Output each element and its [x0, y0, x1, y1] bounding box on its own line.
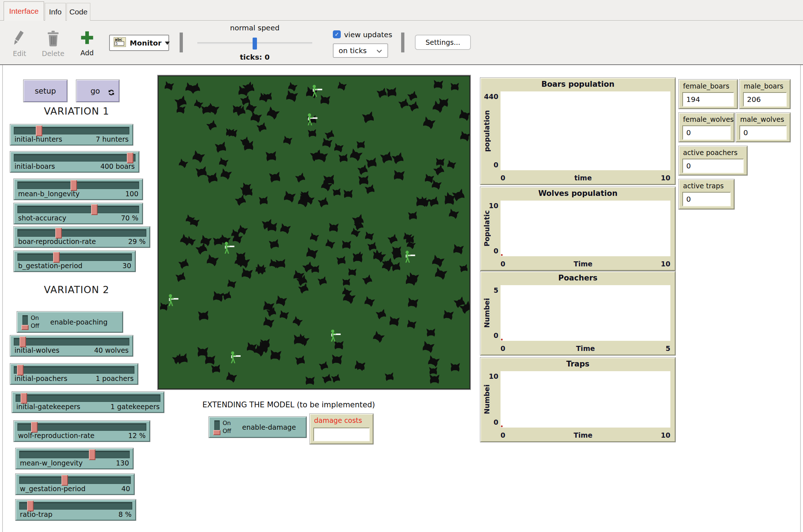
slider-track[interactable]	[17, 423, 146, 431]
slider-thumb[interactable]	[17, 365, 23, 376]
slider-thumb[interactable]	[127, 153, 133, 163]
speed-slider[interactable]	[197, 42, 312, 44]
monitor-value: 0	[682, 125, 731, 140]
slider-thumb[interactable]	[89, 449, 95, 460]
forever-icon	[107, 89, 115, 98]
slider-boar-reproduction-rate[interactable]: boar-reproduction-rate29 %	[14, 227, 150, 248]
slider-initial-gatekeepers[interactable]: initial-gatekeepers1 gatekeepers	[12, 392, 164, 413]
tab-info[interactable]: Info	[45, 3, 66, 21]
tab-interface[interactable]: Interface	[4, 1, 44, 21]
slider-thumb[interactable]	[91, 204, 98, 215]
slider-ratio-trap[interactable]: ratio-trap8 %	[16, 499, 136, 520]
slider-value: 40	[121, 485, 130, 493]
add-label: Add	[81, 49, 94, 57]
slider-track[interactable]	[14, 338, 129, 346]
plot-pen-dot	[501, 339, 503, 340]
view-updates-checkbox[interactable]	[333, 30, 341, 38]
settings-button[interactable]: Settings...	[415, 35, 471, 50]
monitor-female-wolves: female_wolves 0	[679, 113, 734, 142]
edit-button[interactable]: Edit	[8, 30, 31, 57]
tab-code[interactable]: Code	[66, 3, 90, 21]
switch-thumb[interactable]	[21, 325, 29, 330]
slider-thumb[interactable]	[31, 422, 38, 433]
slider-label: initial-hunters	[14, 135, 62, 143]
plot-ylabel: population	[482, 91, 491, 170]
slider-thumb[interactable]	[55, 228, 62, 239]
setup-button-label: setup	[35, 87, 56, 95]
slider-value: 100	[125, 190, 138, 198]
monitor-label: male_boars	[744, 82, 783, 90]
slider-initial-poachers[interactable]: initial-poachers1 poachers	[10, 364, 138, 385]
slider-label: initial-boars	[14, 162, 55, 170]
slider-track[interactable]	[16, 394, 160, 402]
slider-label: initial-gatekeepers	[16, 403, 80, 411]
monitor-damage-costs: damage costs	[310, 414, 373, 444]
slider-initial-boars[interactable]: initial-boars400 boars	[10, 151, 139, 172]
monitor-value: 206	[743, 92, 787, 107]
slider-initial-wolves[interactable]: initial-wolves40 wolves	[10, 335, 133, 356]
slider-thumb[interactable]	[53, 252, 60, 263]
go-button[interactable]: go	[76, 80, 119, 102]
delete-button[interactable]: Delete	[40, 30, 66, 57]
slider-b-gestation-period[interactable]: b_gestation-period30	[14, 251, 136, 272]
slider-track[interactable]	[14, 154, 136, 162]
slider-initial-hunters[interactable]: initial-hunters7 hunters	[10, 124, 133, 145]
slider-mean-w-longevity[interactable]: mean-w_longevity130	[16, 448, 133, 469]
switch-groove[interactable]	[22, 315, 28, 330]
switch-thumb[interactable]	[213, 430, 220, 435]
slider-value: 70 %	[121, 214, 138, 222]
world-agents	[159, 76, 469, 389]
variation1-heading: VARIATION 1	[22, 106, 131, 117]
slider-track[interactable]	[17, 206, 139, 213]
plot-xlabel: Time	[574, 260, 592, 268]
pencil-icon	[13, 30, 26, 48]
setup-button[interactable]: setup	[23, 80, 67, 102]
slider-thumb[interactable]	[21, 393, 27, 404]
slider-label: initial-wolves	[14, 346, 59, 354]
slider-track[interactable]	[19, 502, 132, 510]
svg-text:5: 5	[116, 42, 118, 46]
slider-track[interactable]	[19, 476, 131, 484]
slider-thumb[interactable]	[20, 336, 26, 347]
world-view[interactable]	[157, 75, 471, 390]
slider-value: 1 poachers	[96, 374, 134, 382]
switch-enable-damage[interactable]: OnOff enable-damage	[209, 417, 306, 438]
view-updates-label: view updates	[344, 30, 392, 39]
widget-selector-dropdown[interactable]: abc 5 Monitor	[109, 35, 169, 51]
slider-wolf-reproduction-rate[interactable]: wolf-reproduction-rate12 %	[14, 421, 150, 442]
plot-title: Boars population	[481, 80, 675, 89]
slider-track[interactable]	[17, 229, 146, 237]
slider-track[interactable]	[19, 451, 130, 458]
svg-text:abc: abc	[115, 37, 122, 42]
plot-xmax: 10	[661, 174, 670, 182]
slider-w-gestation-period[interactable]: w_gestation-period40	[16, 474, 134, 495]
slider-track[interactable]	[17, 181, 139, 189]
slider-track[interactable]	[14, 127, 129, 134]
update-mode-select[interactable]: on ticks	[333, 43, 388, 58]
slider-thumb[interactable]	[61, 475, 68, 486]
plot-traps: Traps 10 0 Numbei 0 Time 10	[480, 357, 675, 442]
variation2-heading: VARIATION 2	[22, 284, 131, 295]
switch-groove[interactable]	[214, 420, 220, 435]
chevron-down-icon	[376, 46, 382, 55]
switch-label: enable-poaching	[50, 312, 107, 332]
slider-label: mean-w_longevity	[20, 459, 83, 467]
update-mode-value: on ticks	[339, 46, 367, 55]
monitor-value: 0	[682, 159, 744, 173]
slider-thumb[interactable]	[27, 501, 34, 511]
slider-thumb[interactable]	[36, 125, 42, 136]
plot-xmin: 0	[501, 344, 505, 352]
slider-value: 40 wolves	[94, 346, 129, 354]
slider-track[interactable]	[17, 253, 132, 261]
add-button[interactable]: Add	[74, 30, 100, 57]
monitor-value	[313, 428, 370, 441]
slider-thumb[interactable]	[70, 180, 77, 191]
switch-enable-poaching[interactable]: OnOff enable-poaching	[17, 312, 123, 332]
slider-shot-accuracy[interactable]: shot-accuracy70 %	[14, 203, 143, 224]
slider-label: b_gestation-period	[18, 262, 82, 270]
speed-slider-thumb[interactable]	[253, 38, 257, 50]
slider-track[interactable]	[14, 366, 134, 374]
slider-mean-b-longevity[interactable]: mean-b_longevity100	[14, 179, 143, 200]
monitor-label: damage costs	[314, 416, 362, 424]
ticks-counter: ticks: 0	[197, 53, 312, 61]
